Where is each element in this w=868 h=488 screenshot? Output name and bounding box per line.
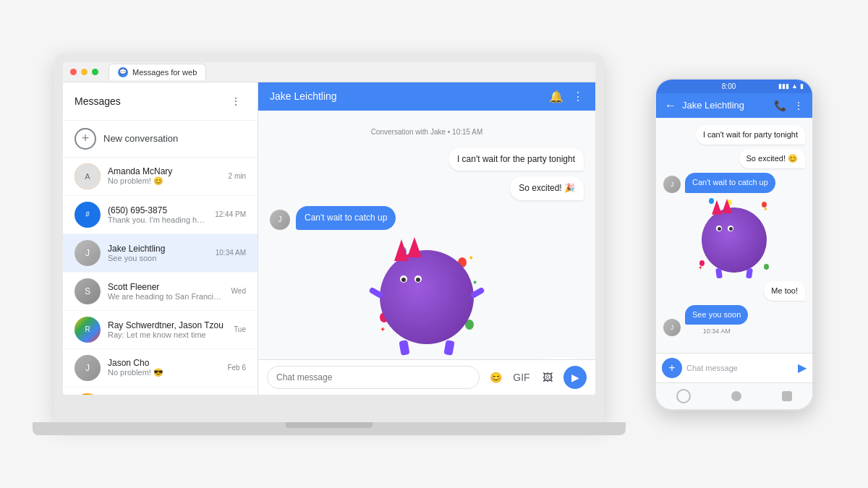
conv-preview: Thank you. I'm heading home now.: [108, 215, 208, 224]
message-bubble: Me too!: [764, 281, 805, 301]
conv-preview: We are heading to San Francisco: [108, 292, 224, 301]
phone-sticker-area: ✦ ✦: [698, 197, 770, 277]
nav-back-button[interactable]: [676, 389, 691, 403]
phone-header-icons: 📞 ⋮: [774, 100, 804, 111]
conv-preview: Ray: Let me know next time: [108, 330, 226, 339]
dot-green[interactable]: [92, 69, 98, 75]
laptop: Messages for web Messages ⋮ + New conver…: [54, 53, 626, 435]
conv-time: 2 min: [229, 172, 246, 180]
conv-info: Scott Fleener We are heading to San Fran…: [108, 282, 224, 301]
conversation-item-jake[interactable]: J Jake Leichtling See you soon 10:34 AM: [63, 234, 258, 273]
message-row: I can't wait for the party tonight: [270, 147, 584, 171]
sender-avatar: J: [663, 319, 681, 336]
conversation-list: A Amanda McNary No problem! 😊 2 min #: [63, 158, 258, 395]
phone-status-bar: 8:00 ▮▮▮ ▲ ▮: [656, 80, 812, 93]
laptop-screen: Messages for web Messages ⋮ + New conver…: [63, 62, 595, 395]
conv-name: Ray Schwerdtner, Jason Tzou: [108, 320, 226, 330]
message-time: 10:34 AM: [685, 328, 748, 335]
phone-header: ← Jake Leichtling 📞 ⋮: [656, 93, 812, 118]
send-button[interactable]: ▶: [563, 366, 587, 389]
phone-input-area: + Chat message ▶: [656, 353, 812, 382]
message-bubble: So excited! 🎉: [510, 176, 584, 200]
conversation-item-birthday[interactable]: B Birthday Party Planning Jacinta: That …: [63, 388, 258, 395]
laptop-body: Messages for web Messages ⋮ + New conver…: [54, 53, 604, 422]
phone-nav: [656, 382, 812, 409]
phone-send-button[interactable]: ▶: [798, 361, 807, 374]
phone-status-icons: ▮▮▮ ▲ ▮: [778, 82, 804, 90]
browser-tab[interactable]: Messages for web: [109, 64, 206, 80]
message-row: J Can't wait to catch up: [663, 173, 805, 192]
input-placeholder: Chat message: [686, 364, 738, 372]
sidebar-header: Messages ⋮: [63, 82, 258, 121]
avatar: J: [75, 240, 101, 266]
chat-header-icons: 🔔 ⋮: [549, 90, 584, 103]
chat-input-field[interactable]: [267, 366, 480, 389]
chat-header-name: Jake Leichtling: [270, 90, 337, 102]
message-bubble: I can't wait for the party tonight: [448, 147, 584, 171]
dot-red[interactable]: [70, 69, 77, 75]
chat-input-area: 😊 GIF 🖼 ▶: [258, 359, 595, 395]
message-bubble: Can't wait to catch up: [685, 173, 775, 192]
phone-more-icon[interactable]: ⋮: [793, 100, 804, 111]
nav-recents-button[interactable]: [782, 391, 792, 401]
conv-info: Amanda McNary No problem! 😊: [108, 166, 221, 186]
phone-sticker: [702, 207, 767, 273]
laptop-base: [33, 422, 626, 435]
conv-preview: No problem! 😎: [108, 368, 220, 377]
image-button[interactable]: 🖼: [537, 367, 558, 388]
conv-name: (650) 695-3875: [108, 205, 208, 215]
phone: 8:00 ▮▮▮ ▲ ▮ ← Jake Leichtling 📞 ⋮ I can…: [655, 78, 814, 411]
signal-icon: ▮▮▮: [778, 82, 789, 90]
emoji-button[interactable]: 😊: [485, 367, 506, 388]
conv-time: 10:34 AM: [216, 249, 246, 257]
conv-info: (650) 695-3875 Thank you. I'm heading ho…: [108, 205, 208, 224]
message-bubble: Can't wait to catch up: [296, 206, 396, 230]
battery-icon: ▮: [800, 82, 804, 90]
new-conversation-button[interactable]: + New conversation: [63, 121, 258, 158]
sidebar-title: Messages: [75, 95, 121, 107]
tab-label: Messages for web: [132, 68, 197, 77]
conv-info: Jake Leichtling See you soon: [108, 244, 208, 262]
chat-messages: Conversation with Jake • 10:15 AM I can'…: [258, 111, 595, 359]
message-bubble: So excited! 😊: [739, 149, 805, 168]
avatar: R: [75, 317, 101, 343]
sender-avatar: J: [663, 176, 681, 193]
notification-icon[interactable]: 🔔: [549, 90, 563, 103]
avatar: B: [75, 393, 101, 395]
chat-header: Jake Leichtling 🔔 ⋮: [258, 82, 595, 111]
conversation-item-ray[interactable]: R Ray Schwerdtner, Jason Tzou Ray: Let m…: [63, 311, 258, 349]
back-button[interactable]: ←: [665, 99, 676, 112]
conv-time: Tue: [234, 325, 246, 333]
phone-call-icon[interactable]: 📞: [774, 100, 786, 111]
message-row: So excited! 😊: [663, 149, 805, 168]
conversation-item-scott[interactable]: S Scott Fleener We are heading to San Fr…: [63, 273, 258, 311]
add-button[interactable]: +: [662, 358, 682, 378]
avatar: #: [75, 202, 101, 228]
messages-app: Messages ⋮ + New conversation A: [63, 82, 595, 395]
conv-info: Jason Cho No problem! 😎: [108, 358, 220, 377]
plus-icon: +: [75, 128, 96, 150]
nav-home-button[interactable]: [731, 391, 741, 401]
conv-preview: See you soon: [108, 254, 208, 262]
avatar: J: [75, 355, 101, 381]
phone-chat-input[interactable]: Chat message: [686, 358, 793, 378]
conversation-item-amanda[interactable]: A Amanda McNary No problem! 😊 2 min: [63, 158, 258, 196]
conv-time: Feb 6: [227, 364, 246, 372]
more-options-button[interactable]: ⋮: [226, 91, 246, 111]
wifi-icon: ▲: [791, 82, 798, 90]
browser-bar: Messages for web: [63, 62, 595, 82]
conv-name: Scott Fleener: [108, 282, 224, 292]
conv-name: Jake Leichtling: [108, 244, 208, 254]
conv-time: 12:44 PM: [215, 210, 246, 218]
dot-yellow[interactable]: [81, 69, 88, 75]
message-row: J See you soon 10:34 AM: [663, 305, 805, 336]
conversation-item-jason[interactable]: J Jason Cho No problem! 😎 Feb 6: [63, 349, 258, 388]
gif-button[interactable]: GIF: [511, 367, 532, 388]
conversation-item-650[interactable]: # (650) 695-3875 Thank you. I'm heading …: [63, 196, 258, 234]
phone-messages: I can't wait for party tonight So excite…: [656, 118, 812, 353]
more-icon[interactable]: ⋮: [572, 90, 584, 103]
sticker-image: [380, 250, 474, 344]
conv-name: Amanda McNary: [108, 166, 221, 176]
message-row: J Can't wait to catch up: [270, 206, 584, 230]
conv-info: Ray Schwerdtner, Jason Tzou Ray: Let me …: [108, 320, 226, 339]
